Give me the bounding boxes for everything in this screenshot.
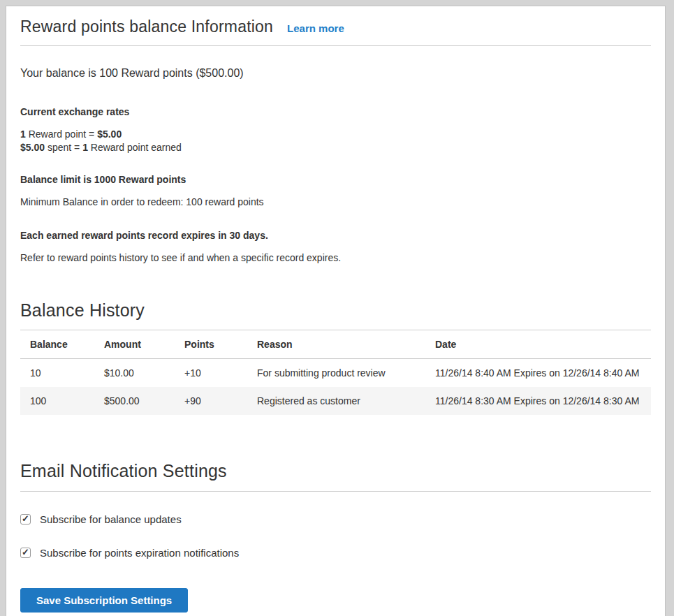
expiration-notifications-checkbox[interactable] bbox=[20, 548, 31, 558]
email-section-divider bbox=[20, 491, 651, 492]
col-header-points: Points bbox=[175, 330, 247, 359]
cell-date: 11/26/14 8:30 AM Expires on 12/26/14 8:3… bbox=[425, 387, 651, 415]
cell-amount: $500.00 bbox=[94, 387, 175, 415]
table-row: 10 $10.00 +10 For submitting product rev… bbox=[20, 359, 651, 388]
table-header-row: Balance Amount Points Reason Date bbox=[20, 330, 651, 359]
page-title: Reward points balance Information bbox=[20, 17, 273, 36]
exchange-rate-line-2: $5.00 spent = 1 Reward point earned bbox=[20, 141, 651, 154]
email-notification-heading: Email Notification Settings bbox=[20, 461, 651, 481]
expiration-notifications-option: Subscribe for points expiration notifica… bbox=[20, 547, 651, 559]
balance-limit-heading: Balance limit is 1000 Reward points bbox=[20, 174, 651, 185]
expiration-notifications-label[interactable]: Subscribe for points expiration notifica… bbox=[40, 547, 239, 559]
table-row: 100 $500.00 +90 Registered as customer 1… bbox=[20, 387, 651, 415]
reward-points-panel: Reward points balance Information Learn … bbox=[6, 6, 666, 616]
save-subscription-settings-button[interactable]: Save Subscription Settings bbox=[20, 588, 188, 613]
header-divider bbox=[20, 45, 651, 46]
cell-reason: Registered as customer bbox=[247, 387, 425, 415]
balance-updates-label[interactable]: Subscribe for balance updates bbox=[40, 513, 182, 525]
col-header-reason: Reason bbox=[247, 330, 425, 359]
expiry-heading: Each earned reward points record expires… bbox=[20, 230, 651, 241]
balance-updates-checkbox[interactable] bbox=[20, 514, 31, 525]
expiry-note: Refer to reward points history to see if… bbox=[20, 252, 651, 263]
exchange-rates: 1 Reward point = $5.00 $5.00 spent = 1 R… bbox=[20, 128, 651, 154]
cell-amount: $10.00 bbox=[94, 359, 175, 388]
exchange-rate-line-1: 1 Reward point = $5.00 bbox=[20, 128, 651, 141]
minimum-balance-note: Minimum Balance in order to redeem: 100 … bbox=[20, 196, 651, 207]
col-header-balance: Balance bbox=[20, 330, 94, 359]
balance-updates-option: Subscribe for balance updates bbox=[20, 513, 651, 525]
balance-history-heading: Balance History bbox=[20, 300, 651, 321]
cell-date: 11/26/14 8:40 AM Expires on 12/26/14 8:4… bbox=[425, 359, 651, 388]
learn-more-link[interactable]: Learn more bbox=[287, 22, 344, 34]
page-header: Reward points balance Information Learn … bbox=[20, 17, 651, 36]
col-header-amount: Amount bbox=[94, 330, 175, 359]
cell-points: +10 bbox=[175, 359, 247, 388]
cell-balance: 100 bbox=[20, 387, 94, 415]
balance-history-table: Balance Amount Points Reason Date 10 $10… bbox=[20, 330, 651, 415]
cell-balance: 10 bbox=[20, 359, 94, 388]
cell-reason: For submitting product review bbox=[247, 359, 425, 388]
exchange-rates-heading: Current exchange rates bbox=[20, 106, 651, 117]
col-header-date: Date bbox=[425, 330, 651, 359]
cell-points: +90 bbox=[175, 387, 247, 415]
balance-summary: Your balance is 100 Reward points ($500.… bbox=[20, 67, 651, 80]
